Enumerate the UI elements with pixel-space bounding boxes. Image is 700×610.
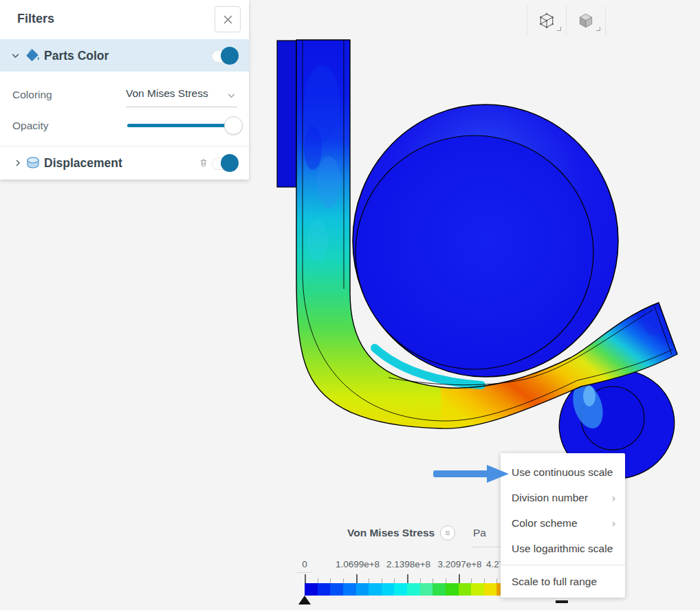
tick-label: 3.2097e+8 [437,559,481,569]
menu-item-label: Scale to full range [512,576,597,587]
coloring-select-value: Von Mises Stress [126,87,208,100]
application-window: Filters Parts Color Coloring [0,0,700,610]
dropdown-corner-icon [557,27,561,31]
filters-panel-header: Filters [0,0,249,40]
legend-unit-select[interactable]: Pa [473,527,486,539]
colorbar-segment [356,583,369,596]
section-label-displacement: Displacement [44,155,122,170]
section-row-parts-color[interactable]: Parts Color [0,39,249,72]
cylinder-icon [25,155,41,171]
submenu-arrow-icon: › [612,510,615,536]
colorbar-segment [407,583,420,596]
colorbar-segment [305,583,318,596]
colorbar-max-marker[interactable] [556,600,568,603]
colorbar-tick [484,578,485,583]
menu-item-use-logarithmic-scale[interactable]: Use logarithmic scale [501,536,625,561]
solid-view-button[interactable] [566,6,606,36]
close-panel-button[interactable] [215,6,241,32]
delete-filter-button[interactable] [195,155,212,171]
opacity-label: Opacity [12,120,49,132]
colorbar-tick [305,574,306,583]
wireframe-cube-icon [538,12,556,30]
colorbar[interactable] [305,583,510,596]
toggle-knob [221,47,239,65]
colorbar-tick [471,578,472,583]
filters-panel: Filters Parts Color Coloring [0,0,249,179]
colorbar-tick [330,578,331,583]
toggle-knob [221,154,239,172]
coloring-label: Coloring [12,89,52,101]
legend-context-menu: Use continuous scale Division number › C… [501,453,625,598]
slider-knob[interactable] [224,116,243,135]
colorbar-segment [369,583,382,596]
colorbar-tick [394,578,395,583]
menu-item-label: Division number [512,492,588,503]
colorbar-segment [433,583,446,596]
zero-label-underline [296,572,312,573]
section-label-parts-color: Parts Color [44,48,109,63]
colorbar-tick [356,574,358,583]
menu-item-scale-to-full-range[interactable]: Scale to full range [501,565,625,598]
colorbar-segment [446,583,459,596]
colorbar-tick [382,578,382,583]
submenu-arrow-icon: › [612,485,615,510]
slider-track [127,124,233,127]
trash-icon [199,156,208,169]
chevron-down-icon [11,51,20,60]
colorbar-tick [369,578,369,583]
colorbar-segment [471,583,484,596]
colorbar-tick [496,578,497,583]
inlet-flange [277,41,296,187]
menu-item-label: Color scheme [512,517,578,529]
colorbar-segment [459,583,472,596]
view-toolbar [527,6,606,36]
hamburger-icon [445,530,450,536]
colorbar-min-marker[interactable] [298,596,311,604]
colorbar-tick [318,578,318,583]
menu-item-label: Use continuous scale [512,466,613,478]
colorbar-segment [330,583,343,596]
panel-title: Filters [17,12,54,26]
colorbar-tick [343,578,344,583]
chevron-right-icon [14,159,22,167]
opacity-slider[interactable] [127,118,237,133]
legend-menu-button[interactable] [440,525,455,541]
coloring-select[interactable]: Von Mises Stress [126,84,237,107]
colorbar-tick [407,574,408,583]
tick-label: 2.1398e+8 [386,559,430,569]
colorbar-tick-labels: 0 1.0699e+8 2.1398e+8 3.2097e+8 4.27 [305,559,525,571]
tick-label: 1.0699e+8 [336,559,380,569]
paint-bucket-icon [25,47,41,63]
legend-title: Von Mises Stress [347,527,435,539]
colorbar-segment [318,583,331,596]
wireframe-view-button[interactable] [527,6,566,36]
dropdown-corner-icon [596,27,600,31]
colorbar-segment [420,583,433,596]
colorbar-tick [459,574,460,583]
menu-item-color-scheme[interactable]: Color scheme › [501,510,625,536]
colorbar-tick [433,578,433,583]
menu-item-use-continuous-scale[interactable]: Use continuous scale [501,459,625,485]
chevron-down-icon [227,91,236,100]
parts-color-toggle[interactable] [212,50,238,63]
colorbar-ticks [305,574,511,583]
colorbar-segment [394,583,407,596]
colorbar-tick [420,578,421,583]
menu-item-division-number[interactable]: Division number › [501,485,625,510]
menu-item-label: Use logarithmic scale [512,543,613,554]
solid-cube-icon [577,12,595,30]
colorbar-segment [343,583,356,596]
close-icon [223,14,233,25]
tick-label: 0 [302,559,307,569]
section-row-displacement[interactable]: Displacement [0,146,249,179]
colorbar-segment [484,583,497,596]
displacement-toggle[interactable] [212,157,238,170]
colorbar-tick [446,578,446,583]
large-flange-disk [353,105,618,377]
colorbar-segment [382,583,395,596]
